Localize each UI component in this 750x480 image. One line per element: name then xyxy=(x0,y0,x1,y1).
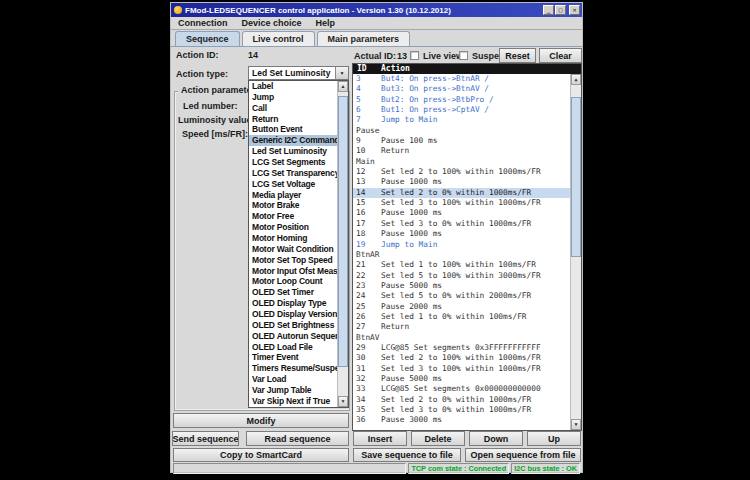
dropdown-option[interactable]: Motor Homing xyxy=(249,233,337,244)
sequence-scrollbar[interactable]: ▲ ▼ xyxy=(570,74,581,430)
dropdown-option[interactable]: Motor Brake xyxy=(249,200,337,211)
dropdown-option[interactable]: Timer Event xyxy=(249,352,337,363)
sequence-row[interactable]: 25 Pause 2000 ms xyxy=(353,302,581,312)
scrollbar-thumb[interactable] xyxy=(571,97,581,257)
sequence-row[interactable]: BtnAR xyxy=(353,250,581,260)
dropdown-option[interactable]: OLED Set Timer xyxy=(249,287,337,298)
dropdown-option[interactable]: Timers Resume/Suspend xyxy=(249,363,337,374)
dropdown-option[interactable]: Button Event xyxy=(249,124,337,135)
dropdown-option[interactable]: Label xyxy=(249,81,337,92)
sequence-row[interactable]: 16 Pause 1000 ms xyxy=(353,208,581,218)
scrollbar-up-icon[interactable]: ▲ xyxy=(571,74,581,85)
dropdown-option[interactable]: Var Skip Next if True xyxy=(249,396,337,407)
tab[interactable]: Sequence xyxy=(175,31,240,46)
clear-button[interactable]: Clear xyxy=(539,48,582,63)
sequence-row[interactable]: 5 But2: On press->BtbPro / xyxy=(353,95,581,105)
reset-button[interactable]: Reset xyxy=(499,48,536,63)
dropdown-option[interactable]: LCG Set Segments xyxy=(249,157,337,168)
dropdown-option[interactable]: LCG Set Transparency xyxy=(249,168,337,179)
chevron-down-icon[interactable]: ▼ xyxy=(335,67,348,79)
sequence-row[interactable]: 31 Set led 3 to 100% within 1000ms/FR xyxy=(353,364,581,374)
sequence-row[interactable]: 22 Set led 5 to 100% within 3000ms/FR xyxy=(353,271,581,281)
open-sequence-button[interactable]: Open sequence from file xyxy=(465,448,581,462)
live-view-checkbox[interactable] xyxy=(410,51,419,60)
send-sequence-button[interactable]: Send sequence xyxy=(172,431,239,446)
menu-item[interactable]: Help xyxy=(316,18,336,28)
scrollbar-up-icon[interactable]: ▲ xyxy=(338,81,348,92)
dropdown-option[interactable]: OLED Set Brightness xyxy=(249,320,337,331)
sequence-row[interactable]: 12 Set led 2 to 100% within 1000ms/FR xyxy=(353,167,581,177)
dropdown-option[interactable]: OLED Display Type xyxy=(249,298,337,309)
sequence-row[interactable]: 18 Pause 1000 ms xyxy=(353,229,581,239)
sequence-row[interactable]: 34 Set led 2 to 0% within 1000ms/FR xyxy=(353,395,581,405)
sequence-row[interactable]: 23 Pause 5000 ms xyxy=(353,281,581,291)
dropdown-option[interactable]: Motor Loop Count xyxy=(249,276,337,287)
sequence-row[interactable]: BtnAV xyxy=(353,333,581,343)
sequence-row[interactable]: 7 Jump to Main xyxy=(353,115,581,125)
sequence-row[interactable]: 3 But4: On press->BtnAR / xyxy=(353,74,581,84)
sequence-row[interactable]: 24 Set led 5 to 0% within 2000ms/FR xyxy=(353,291,581,301)
scrollbar-thumb[interactable] xyxy=(338,96,348,367)
down-button[interactable]: Down xyxy=(469,431,523,446)
sequence-row[interactable]: 32 Pause 5000 ms xyxy=(353,374,581,384)
sequence-row[interactable]: 29 LCG@85 Set segments 0x3FFFFFFFFFFF xyxy=(353,343,581,353)
tab[interactable]: Main parameters xyxy=(317,31,411,46)
dropdown-option[interactable]: Motor Free xyxy=(249,211,337,222)
dropdown-option[interactable]: Media player xyxy=(249,190,337,201)
dropdown-option[interactable]: Jump xyxy=(249,92,337,103)
sequence-row[interactable]: 10 Return xyxy=(353,146,581,156)
dropdown-option[interactable]: Call xyxy=(249,103,337,114)
delete-button[interactable]: Delete xyxy=(411,431,465,446)
dropdown-option[interactable]: LCG Set Voltage xyxy=(249,179,337,190)
dropdown-option[interactable]: Motor Input Ofst Meas xyxy=(249,266,337,277)
sequence-row[interactable]: 33 LCG@85 Set segments 0x000000000000 xyxy=(353,384,581,394)
dropdown-option[interactable]: Var Load xyxy=(249,374,337,385)
sequence-row[interactable]: 6 But1: On press->CptAV / xyxy=(353,105,581,115)
sequence-row[interactable]: 27 Return xyxy=(353,322,581,332)
dropdown-option[interactable]: Motor Set Top Speed xyxy=(249,255,337,266)
title-bar[interactable]: FMod-LEDSEQUENCER control application - … xyxy=(171,3,582,17)
scrollbar-down-icon[interactable]: ▼ xyxy=(571,419,581,430)
sequence-row[interactable]: 19 Jump to Main xyxy=(353,240,581,250)
sequence-row[interactable]: 14 Set led 2 to 0% within 1000ms/FR xyxy=(353,188,581,198)
dropdown-option[interactable]: Var Jump Table xyxy=(249,385,337,396)
suspend-checkbox[interactable] xyxy=(459,51,468,60)
dropdown-option[interactable]: OLED Load File xyxy=(249,342,337,353)
sequence-row[interactable]: Main xyxy=(353,157,581,167)
sequence-row[interactable]: 35 Set led 3 to 0% within 1000ms/FR xyxy=(353,405,581,415)
sequence-row-id: 16 xyxy=(353,208,379,218)
sequence-row[interactable]: 30 Set led 2 to 100% within 1000ms/FR xyxy=(353,353,581,363)
tab[interactable]: Live control xyxy=(242,31,315,46)
copy-to-smartcard-button[interactable]: Copy to SmartCard xyxy=(173,448,349,462)
maximize-icon[interactable]: □ xyxy=(555,5,566,15)
dropdown-option[interactable]: OLED Autorun Sequence xyxy=(249,331,337,342)
dropdown-option[interactable]: OLED Display Version xyxy=(249,309,337,320)
menu-item[interactable]: Device choice xyxy=(242,18,302,28)
dropdown-option[interactable]: Return xyxy=(249,114,337,125)
action-type-combobox[interactable]: Led Set Luminosity ▼ xyxy=(248,66,349,80)
sequence-row[interactable]: 4 But3: On press->BtnAV / xyxy=(353,84,581,94)
menu-item[interactable]: Connection xyxy=(178,18,228,28)
sequence-row-id: 19 xyxy=(353,240,379,250)
dropdown-option[interactable]: Motor Position xyxy=(249,222,337,233)
sequence-row[interactable]: 36 Pause 3000 ms xyxy=(353,415,581,425)
sequence-row[interactable]: 26 Set led 1 to 0% within 100ms/FR xyxy=(353,312,581,322)
sequence-row[interactable]: 13 Pause 1000 ms xyxy=(353,177,581,187)
sequence-row[interactable]: 15 Set led 3 to 100% within 1000ms/FR xyxy=(353,198,581,208)
scrollbar-down-icon[interactable]: ▼ xyxy=(338,396,348,407)
close-icon[interactable]: ✕ xyxy=(569,5,580,15)
up-button[interactable]: Up xyxy=(527,431,581,446)
dropdown-option[interactable]: Generic I2C Command xyxy=(249,135,337,146)
sequence-row[interactable]: Pause xyxy=(353,126,581,136)
dropdown-option[interactable]: Led Set Luminosity xyxy=(249,146,337,157)
read-sequence-button[interactable]: Read sequence xyxy=(246,431,349,446)
sequence-row[interactable]: 21 Set led 1 to 100% within 100ms/FR xyxy=(353,260,581,270)
modify-button[interactable]: Modify xyxy=(173,413,349,428)
dropdown-option[interactable]: Motor Wait Condition xyxy=(249,244,337,255)
dropdown-scrollbar[interactable]: ▲ ▼ xyxy=(337,81,348,407)
minimize-icon[interactable]: _ xyxy=(543,5,554,15)
sequence-row[interactable]: 9 Pause 100 ms xyxy=(353,136,581,146)
save-sequence-button[interactable]: Save sequence to file xyxy=(353,448,461,462)
sequence-row[interactable]: 17 Set led 3 to 0% within 1000ms/FR xyxy=(353,219,581,229)
insert-button[interactable]: Insert xyxy=(353,431,407,446)
